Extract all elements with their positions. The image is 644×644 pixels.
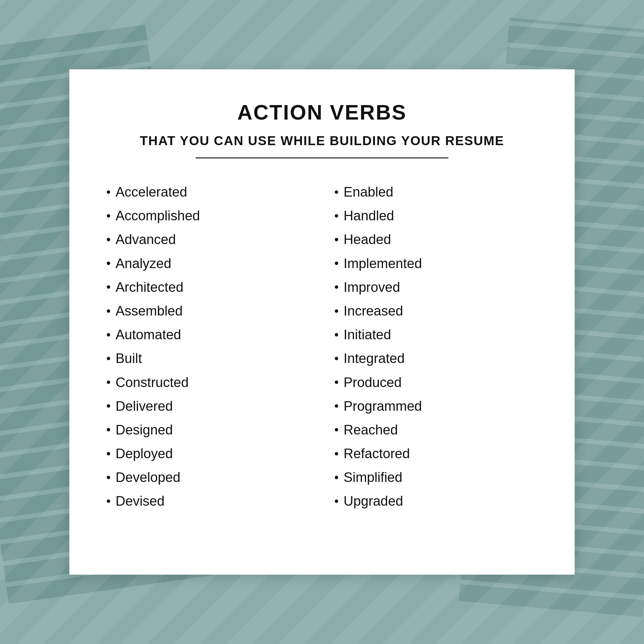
divider [196, 157, 448, 158]
list-item: •Headed [334, 227, 538, 251]
bullet-icon: • [106, 374, 111, 390]
bullet-icon: • [106, 469, 111, 485]
list-item: •Implemented [334, 251, 538, 275]
list-item: •Refactored [334, 442, 538, 465]
list-item: •Automated [106, 323, 310, 346]
left-column: •Accelerated•Accomplished•Advanced•Analy… [106, 180, 310, 513]
list-item: •Devised [106, 489, 310, 513]
bullet-icon: • [106, 231, 111, 247]
verb-text: Delivered [116, 397, 173, 415]
list-item: •Improved [334, 275, 538, 299]
list-item: •Increased [334, 299, 538, 323]
list-item: •Upgraded [334, 489, 538, 513]
bullet-icon: • [334, 327, 339, 343]
bullet-icon: • [334, 208, 339, 224]
list-item: •Constructed [106, 370, 310, 394]
verb-text: Increased [344, 302, 403, 320]
list-item: •Reached [334, 418, 538, 442]
list-item: •Deployed [106, 442, 310, 465]
bullet-icon: • [334, 469, 339, 485]
subtitle: THAT YOU CAN USE WHILE BUILDING YOUR RES… [106, 133, 538, 148]
verb-text: Constructed [116, 373, 189, 391]
verb-text: Reached [344, 421, 398, 438]
bullet-icon: • [334, 493, 339, 509]
verb-text: Handled [344, 207, 394, 224]
bullet-icon: • [106, 350, 111, 366]
bullet-icon: • [106, 208, 111, 224]
verb-text: Produced [344, 373, 401, 391]
list-item: •Developed [106, 465, 310, 489]
bullet-icon: • [106, 422, 111, 438]
list-item: •Handled [334, 204, 538, 227]
bullet-icon: • [334, 279, 339, 295]
verb-text: Programmed [344, 397, 422, 415]
verb-text: Architected [116, 278, 183, 296]
verb-text: Improved [344, 278, 400, 296]
list-item: •Simplified [334, 465, 538, 489]
bullet-icon: • [334, 374, 339, 390]
bullet-icon: • [334, 446, 339, 462]
bullet-icon: • [106, 303, 111, 319]
verb-text: Upgraded [344, 492, 403, 510]
list-item: •Analyzed [106, 251, 310, 275]
verb-text: Advanced [116, 230, 176, 248]
bullet-icon: • [106, 279, 111, 295]
list-item: •Enabled [334, 180, 538, 204]
verb-text: Initiated [344, 326, 391, 343]
bullet-icon: • [334, 303, 339, 319]
verb-text: Accelerated [116, 183, 187, 201]
verb-text: Simplified [344, 468, 402, 486]
verb-text: Refactored [344, 445, 410, 462]
main-title: ACTION VERBS [106, 100, 538, 124]
content-card: ACTION VERBS THAT YOU CAN USE WHILE BUIL… [69, 69, 575, 575]
list-item: •Accelerated [106, 180, 310, 204]
right-column: •Enabled•Handled•Headed•Implemented•Impr… [334, 180, 538, 513]
verb-text: Analyzed [116, 255, 171, 272]
bullet-icon: • [334, 184, 339, 200]
list-item: •Initiated [334, 323, 538, 346]
verb-columns: •Accelerated•Accomplished•Advanced•Analy… [106, 180, 538, 513]
verb-text: Integrated [344, 349, 405, 367]
bullet-icon: • [106, 255, 111, 271]
list-item: •Accomplished [106, 204, 310, 227]
list-item: •Integrated [334, 346, 538, 370]
verb-text: Enabled [344, 183, 393, 201]
list-item: •Assembled [106, 299, 310, 323]
bullet-icon: • [334, 231, 339, 247]
verb-text: Headed [344, 230, 391, 248]
list-item: •Produced [334, 370, 538, 394]
bullet-icon: • [106, 184, 111, 200]
bullet-icon: • [106, 446, 111, 462]
verb-text: Built [116, 349, 142, 367]
bullet-icon: • [106, 327, 111, 343]
bullet-icon: • [106, 398, 111, 414]
list-item: •Advanced [106, 227, 310, 251]
list-item: •Built [106, 346, 310, 370]
bullet-icon: • [334, 398, 339, 414]
list-item: •Designed [106, 418, 310, 442]
bullet-icon: • [334, 422, 339, 438]
bullet-icon: • [106, 493, 111, 509]
verb-text: Designed [116, 421, 173, 438]
verb-text: Accomplished [116, 207, 200, 224]
list-item: •Architected [106, 275, 310, 299]
verb-text: Devised [116, 492, 165, 510]
verb-text: Deployed [116, 445, 173, 462]
list-item: •Programmed [334, 394, 538, 418]
verb-text: Assembled [116, 302, 183, 320]
bullet-icon: • [334, 350, 339, 366]
verb-text: Implemented [344, 255, 422, 272]
bullet-icon: • [334, 255, 339, 271]
verb-text: Developed [116, 468, 180, 486]
verb-text: Automated [116, 326, 181, 343]
list-item: •Delivered [106, 394, 310, 418]
